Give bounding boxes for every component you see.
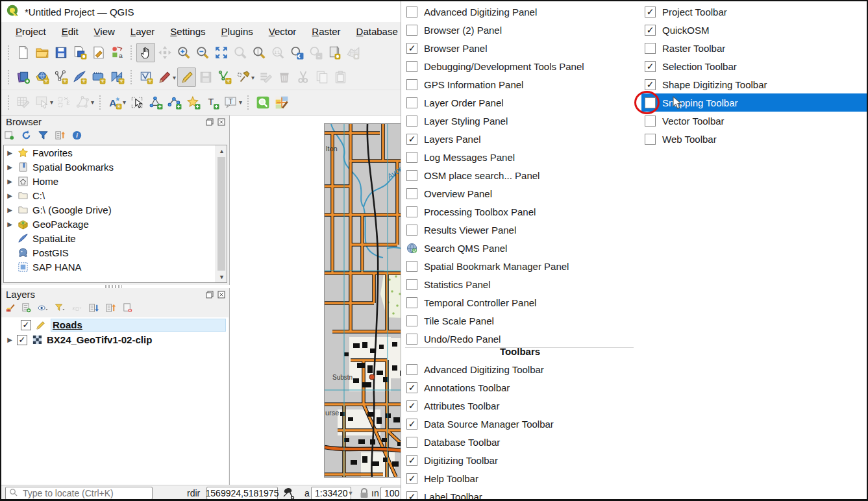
menu-item-statistics-panel[interactable]: Statistics Panel (406, 275, 634, 293)
manage-map-themes-icon[interactable] (38, 302, 49, 316)
menu-item-layer-order-panel[interactable]: Layer Order Panel (406, 93, 634, 112)
checkbox[interactable] (406, 279, 417, 290)
checkbox[interactable] (406, 61, 417, 72)
checkbox[interactable] (645, 134, 656, 145)
menu-item-data-source-manager-toolbar[interactable]: ✓Data Source Manager Toolbar (406, 415, 634, 433)
menu-item-tile-scale-panel[interactable]: Tile Scale Panel (406, 312, 634, 330)
checkbox[interactable] (406, 364, 417, 375)
zoom-to-selection-icon[interactable] (230, 43, 249, 62)
checkbox[interactable]: ✓ (406, 455, 417, 466)
checkbox[interactable]: ✓ (406, 382, 417, 393)
menu-item-digitizing-toolbar[interactable]: ✓Digitizing Toolbar (406, 451, 634, 469)
menu-settings[interactable]: Settings (162, 24, 213, 39)
current-edits-icon[interactable] (155, 67, 174, 87)
osm-download-icon[interactable] (272, 93, 291, 112)
layer-row-bx24[interactable]: ▶ ✓ BX24_GeoTifv1-02-clip (1, 332, 229, 347)
checkbox[interactable] (406, 315, 417, 326)
menu-item-overview-panel[interactable]: Overview Panel (406, 184, 634, 202)
checkbox[interactable] (406, 188, 417, 199)
checkbox[interactable]: ✓ (406, 43, 417, 54)
browser-item-geopackage[interactable]: ▶ GeoPackage (4, 217, 227, 231)
zoom-out-icon[interactable] (193, 43, 212, 62)
digitize-vertices-icon[interactable]: ✳ (215, 67, 234, 87)
scroll-up-arrow[interactable]: ▲ (216, 145, 227, 156)
menu-item-processing-toolbox-panel[interactable]: Processing Toolbox Panel (406, 202, 634, 221)
dock-splitter[interactable] (105, 285, 122, 288)
zoom-next-icon[interactable] (306, 43, 325, 62)
annotation-select-icon[interactable] (127, 93, 146, 112)
checkbox[interactable]: ✓ (645, 6, 656, 18)
add-mesh-layer-icon[interactable]: ✳ (89, 67, 108, 87)
add-line-annotation-icon[interactable] (165, 93, 184, 112)
menu-item-raster-toolbar[interactable]: Raster Toolbar (645, 39, 865, 57)
remove-layer-icon[interactable] (122, 302, 133, 316)
layer-labeling-icon[interactable]: A✳ (105, 93, 124, 112)
menu-raster[interactable]: Raster (304, 24, 348, 39)
checkbox[interactable] (645, 43, 656, 54)
checkbox[interactable] (406, 116, 417, 127)
locate-search-box[interactable] (5, 487, 153, 500)
checkbox[interactable] (406, 437, 417, 448)
expander-icon[interactable]: ▶ (6, 178, 13, 185)
menu-item-label-toolbar[interactable]: ✓Label Toolbar (406, 487, 634, 501)
menu-item-search-qms-panel[interactable]: Search QMS Panel (406, 239, 634, 257)
zoom-full-icon[interactable] (212, 43, 230, 62)
toolbar-grip[interactable] (246, 95, 251, 110)
filter-expression-icon[interactable]: ε (71, 302, 82, 316)
add-text-annotation-icon[interactable]: T (203, 93, 221, 112)
layer-row-roads[interactable]: ✓ Roads (1, 317, 229, 332)
data-source-manager-icon[interactable] (14, 67, 32, 87)
menu-item-temporal-controller-panel[interactable]: Temporal Controller Panel (406, 293, 634, 312)
cut-features-icon[interactable] (293, 67, 312, 87)
menu-item-quickosm[interactable]: ✓QuickOSM (645, 21, 865, 39)
scale-combobox[interactable]: 1:33420 ▼ (311, 487, 351, 500)
text-annotation-dropdown-icon[interactable]: T (221, 93, 240, 112)
checkbox[interactable]: ✓ (406, 473, 417, 484)
layer-label-roads[interactable]: Roads (51, 319, 226, 332)
checkbox[interactable] (406, 297, 417, 308)
menu-item-layer-styling-panel[interactable]: Layer Styling Panel (406, 112, 634, 130)
menu-item-advanced-digitizing-panel[interactable]: Advanced Digitizing Panel (406, 3, 634, 21)
zoom-last-icon[interactable] (287, 43, 306, 62)
new-3d-map-view-icon[interactable] (343, 43, 362, 62)
checkbox[interactable]: ✓ (406, 491, 417, 501)
filter-browser-icon[interactable] (38, 130, 49, 143)
toggle-editing-icon[interactable] (177, 67, 196, 87)
checkbox[interactable] (406, 170, 417, 181)
deselect-features-icon[interactable]: ε (55, 93, 73, 112)
scale-dropdown-arrow[interactable]: ▼ (348, 490, 354, 496)
add-virtual-layer-icon[interactable]: ✳ (108, 67, 127, 87)
layer-checkbox[interactable]: ✓ (21, 320, 31, 330)
checkbox[interactable] (406, 225, 417, 236)
style-manager-icon[interactable]: a (108, 43, 127, 62)
zoom-in-icon[interactable] (174, 43, 193, 62)
scroll-thumb[interactable] (217, 157, 225, 271)
open-attribute-table-icon[interactable] (14, 93, 32, 112)
toolbar-grip[interactable] (129, 70, 134, 84)
modify-attributes-icon[interactable] (256, 67, 275, 87)
refresh-icon[interactable] (21, 130, 32, 143)
add-marker-annotation-icon[interactable] (184, 93, 203, 112)
checkbox[interactable] (406, 152, 417, 163)
checkbox[interactable] (406, 261, 417, 272)
quickosm-search-icon[interactable] (253, 93, 272, 112)
menu-plugins[interactable]: Plugins (214, 24, 261, 39)
menu-item-help-toolbar[interactable]: ✓Help Toolbar (406, 469, 634, 487)
expander-icon[interactable]: ▶ (6, 221, 13, 228)
checkbox[interactable]: ✓ (645, 79, 656, 90)
browser-close-button[interactable] (217, 117, 226, 127)
menu-item-layers-panel[interactable]: ✓Layers Panel (406, 130, 634, 148)
add-group-icon[interactable] (21, 302, 32, 316)
add-selected-layers-icon[interactable] (4, 130, 15, 143)
save-project-icon[interactable] (51, 43, 70, 62)
menu-item-advanced-digitizing-toolbar[interactable]: Advanced Digitizing Toolbar (406, 360, 634, 378)
extents-toggle-icon[interactable] (282, 487, 295, 501)
menu-item-web-toolbar[interactable]: Web Toolbar (645, 130, 865, 148)
expander-icon[interactable]: ▶ (6, 149, 13, 156)
expander-icon[interactable]: ▶ (6, 206, 13, 214)
browser-item-c-drive[interactable]: ▶ C:\ (4, 188, 227, 202)
locate-input[interactable] (21, 487, 138, 499)
menu-project[interactable]: Project (8, 24, 54, 39)
expander-icon[interactable]: ▶ (6, 164, 13, 171)
select-features-icon[interactable] (32, 93, 51, 112)
